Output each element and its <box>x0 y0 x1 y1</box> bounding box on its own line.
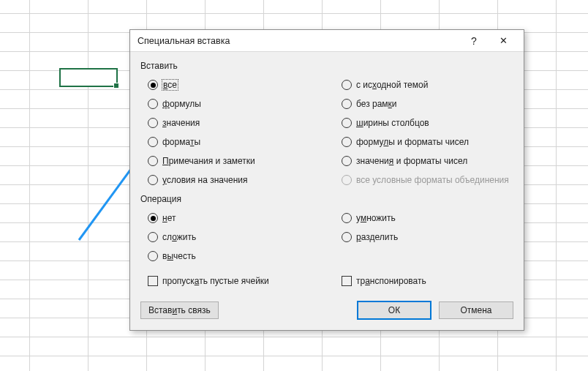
radio-icon <box>342 137 352 147</box>
transpose-label: транспонировать <box>356 276 426 286</box>
paste-option[interactable]: с исходной темой <box>334 75 513 94</box>
radio-icon <box>342 80 352 90</box>
radio-icon <box>148 175 158 185</box>
dialog-content: Вставить всеформулызначенияформатыПримеч… <box>130 52 524 330</box>
paste-option[interactable]: формулы и форматы чисел <box>334 132 513 151</box>
radio-label: условия на значения <box>162 175 248 185</box>
radio-label: Примечания и заметки <box>162 156 255 166</box>
radio-icon <box>342 175 352 185</box>
radio-icon <box>148 251 158 261</box>
radio-icon <box>342 213 352 223</box>
active-cell[interactable] <box>59 68 118 87</box>
radio-label: ширины столбцов <box>356 118 429 128</box>
skip-blanks-checkbox[interactable]: пропускать пустые ячейки <box>140 271 320 291</box>
radio-label: умножить <box>356 213 396 223</box>
ok-button[interactable]: ОК <box>357 301 431 320</box>
paste-option[interactable]: значения <box>140 113 320 132</box>
paste-group-label: Вставить <box>140 61 513 71</box>
operation-options: нетсложитьвычесть умножитьразделить <box>140 209 513 266</box>
radio-icon <box>148 156 158 166</box>
dialog-footer: Вставить связь ОК Отмена <box>140 301 513 320</box>
radio-icon <box>148 118 158 128</box>
radio-icon <box>342 156 352 166</box>
operation-group-label: Операция <box>140 194 513 204</box>
radio-icon <box>342 232 352 242</box>
help-button[interactable]: ? <box>459 31 489 51</box>
paste-option[interactable]: формулы <box>140 94 320 113</box>
transpose-checkbox[interactable]: транспонировать <box>334 271 513 291</box>
paste-option: все условные форматы объединения <box>334 170 513 190</box>
check-options: пропускать пустые ячейки транспонировать <box>140 271 513 291</box>
paste-option[interactable]: ширины столбцов <box>334 113 513 132</box>
radio-label: формулы <box>162 99 201 109</box>
radio-label: значения и форматы чисел <box>356 156 467 166</box>
radio-label: сложить <box>162 232 196 242</box>
paste-option[interactable]: без рамки <box>334 94 513 113</box>
radio-icon <box>342 118 352 128</box>
paste-link-button[interactable]: Вставить связь <box>140 301 219 319</box>
radio-icon <box>148 99 158 109</box>
radio-label: разделить <box>356 232 398 242</box>
checkbox-icon <box>148 276 158 286</box>
dialog-title: Специальная вставка <box>137 36 459 46</box>
paste-option[interactable]: условия на значения <box>140 170 320 190</box>
skip-blanks-label: пропускать пустые ячейки <box>162 276 269 286</box>
radio-label: форматы <box>162 137 200 147</box>
radio-label: вычесть <box>162 251 196 261</box>
radio-icon <box>148 213 158 223</box>
paste-option[interactable]: все <box>140 75 320 94</box>
cancel-button[interactable]: Отмена <box>439 301 513 319</box>
radio-icon <box>148 137 158 147</box>
operation-option[interactable]: умножить <box>334 209 513 228</box>
radio-icon <box>148 80 158 90</box>
dialog-titlebar: Специальная вставка ? ✕ <box>130 30 524 52</box>
radio-label: все <box>162 80 178 90</box>
paste-option[interactable]: форматы <box>140 132 320 151</box>
operation-option[interactable]: сложить <box>140 228 320 247</box>
paste-special-dialog: Специальная вставка ? ✕ Вставить всеформ… <box>129 29 524 331</box>
radio-label: без рамки <box>356 99 397 109</box>
checkbox-icon <box>342 276 352 286</box>
radio-label: формулы и форматы чисел <box>356 137 469 147</box>
radio-icon <box>148 232 158 242</box>
operation-option[interactable]: разделить <box>334 228 513 247</box>
operation-option[interactable]: вычесть <box>140 247 320 266</box>
radio-label: все условные форматы объединения <box>356 175 509 185</box>
radio-icon <box>342 99 352 109</box>
paste-option[interactable]: Примечания и заметки <box>140 151 320 170</box>
operation-option[interactable]: нет <box>140 209 320 228</box>
radio-label: значения <box>162 118 200 128</box>
close-button[interactable]: ✕ <box>489 31 518 51</box>
paste-option[interactable]: значения и форматы чисел <box>334 151 513 170</box>
paste-options: всеформулызначенияформатыПримечания и за… <box>140 75 513 190</box>
radio-label: нет <box>162 213 176 223</box>
radio-label: с исходной темой <box>356 80 428 90</box>
